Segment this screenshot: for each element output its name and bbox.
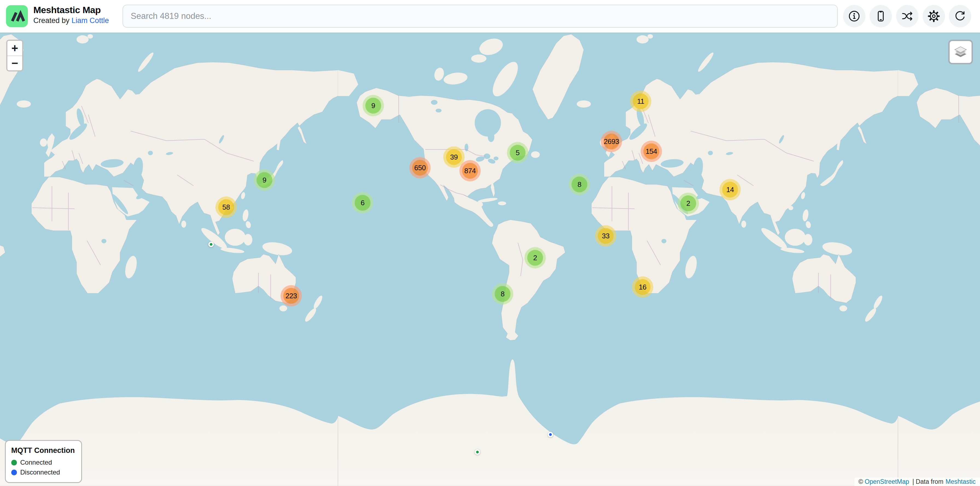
zoom-out-button[interactable]: − bbox=[7, 56, 22, 70]
meshtastic-map-app: Meshtastic Map Created by Liam Cottle bbox=[0, 0, 980, 486]
legend-label: Disconnected bbox=[20, 468, 60, 476]
info-button[interactable] bbox=[843, 5, 865, 27]
meshtastic-logo-icon bbox=[6, 5, 28, 27]
node-marker-connected[interactable] bbox=[208, 242, 214, 247]
cluster-marker[interactable]: 9 bbox=[363, 95, 384, 116]
settings-button[interactable] bbox=[923, 5, 945, 27]
attribution-text: | Data from bbox=[912, 478, 943, 486]
title-block: Meshtastic Map Created by Liam Cottle bbox=[33, 4, 109, 25]
layers-icon bbox=[953, 45, 968, 59]
cluster-marker[interactable]: 6 bbox=[352, 192, 373, 214]
meshtastic-logo bbox=[6, 5, 28, 27]
copyright-symbol: © bbox=[858, 478, 863, 486]
random-node-button[interactable] bbox=[896, 5, 918, 27]
cluster-marker[interactable]: 8 bbox=[569, 174, 590, 195]
shuffle-icon bbox=[901, 10, 913, 22]
phone-icon bbox=[875, 10, 887, 22]
marker-layer: 911269315439565087481492586332816223 bbox=[0, 33, 980, 486]
cluster-marker[interactable]: 154 bbox=[641, 141, 662, 162]
map-canvas[interactable]: 911269315439565087481492586332816223 + −… bbox=[0, 33, 980, 486]
zoom-in-button[interactable]: + bbox=[7, 41, 22, 56]
cluster-marker[interactable]: 33 bbox=[595, 225, 616, 247]
cluster-marker[interactable]: 2 bbox=[525, 247, 546, 268]
connected-dot bbox=[11, 460, 17, 465]
cluster-marker[interactable]: 11 bbox=[630, 91, 651, 112]
cluster-marker[interactable]: 874 bbox=[460, 160, 481, 182]
cluster-marker[interactable]: 14 bbox=[719, 179, 741, 200]
node-marker-disconnected[interactable] bbox=[548, 432, 553, 437]
cluster-marker[interactable]: 5 bbox=[507, 142, 528, 163]
refresh-icon bbox=[954, 10, 966, 22]
refresh-button[interactable] bbox=[949, 5, 971, 27]
gear-icon bbox=[928, 10, 940, 22]
cluster-marker[interactable]: 8 bbox=[492, 283, 513, 304]
meshtastic-link[interactable]: Meshtastic bbox=[945, 478, 975, 486]
map-attribution: © OpenStreetMap | Data from Meshtastic bbox=[854, 478, 980, 486]
layers-control[interactable] bbox=[948, 40, 973, 64]
cluster-marker[interactable]: 223 bbox=[280, 285, 302, 306]
mqtt-legend: MQTT Connection Connected Disconnected bbox=[5, 440, 82, 483]
legend-item-disconnected: Disconnected bbox=[11, 468, 75, 476]
author-link[interactable]: Liam Cottle bbox=[72, 16, 109, 25]
page-title: Meshtastic Map bbox=[33, 4, 109, 16]
cluster-marker[interactable]: 650 bbox=[409, 157, 431, 178]
search-input[interactable] bbox=[123, 5, 838, 28]
zoom-control: + − bbox=[6, 40, 23, 72]
legend-label: Connected bbox=[20, 459, 52, 466]
info-icon bbox=[848, 10, 861, 22]
mobile-app-button[interactable] bbox=[870, 5, 892, 27]
byline-prefix: Created by bbox=[33, 16, 70, 25]
disconnected-dot bbox=[11, 470, 17, 475]
cluster-marker[interactable]: 2 bbox=[678, 193, 699, 214]
node-marker-connected[interactable] bbox=[475, 449, 480, 455]
legend-item-connected: Connected bbox=[11, 459, 75, 466]
legend-title: MQTT Connection bbox=[11, 446, 75, 455]
cluster-marker[interactable]: 16 bbox=[632, 276, 653, 298]
header: Meshtastic Map Created by Liam Cottle bbox=[0, 0, 980, 33]
byline: Created by Liam Cottle bbox=[33, 16, 109, 25]
openstreetmap-link[interactable]: OpenStreetMap bbox=[865, 478, 909, 486]
cluster-marker[interactable]: 58 bbox=[215, 196, 237, 218]
cluster-marker[interactable]: 2693 bbox=[601, 131, 622, 152]
cluster-marker[interactable]: 9 bbox=[254, 169, 275, 191]
